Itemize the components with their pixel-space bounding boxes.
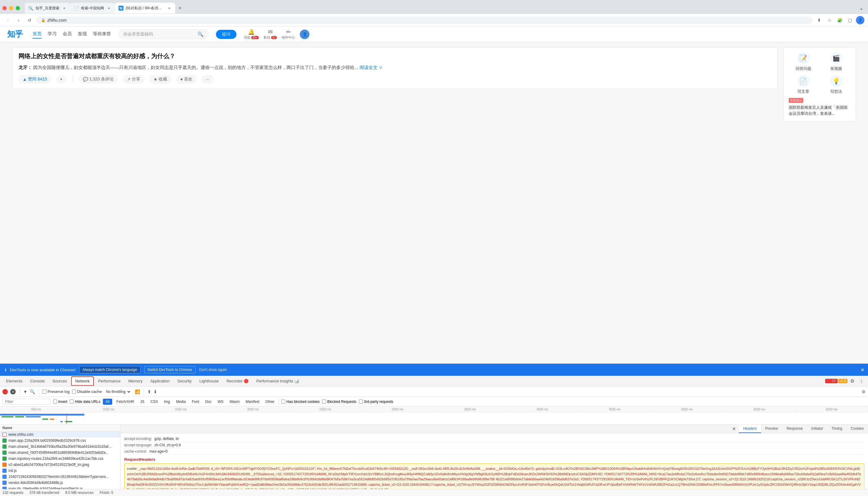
hide-data-urls-input[interactable] [70,400,74,403]
has-blocked-input[interactable] [281,400,285,403]
expand-icon[interactable]: ∨ [379,65,383,70]
tab-memory[interactable]: Memory [125,377,146,385]
network-row-shared1[interactable]: main.shared_3b14b6a6793bcf6a28a30e974ba6… [0,444,120,450]
switch-chinese-button[interactable]: Switch DevTools to Chinese [144,366,196,373]
third-party-checkbox[interactable]: 3rd-party requests [359,400,393,404]
filter-css-btn[interactable]: CSS [149,399,160,404]
network-row-shared2[interactable]: main.shared_f30f7459f944e851b885959dfde4… [0,450,120,455]
tab-console[interactable]: Console [27,377,48,385]
export-icon[interactable]: ⬇ [153,389,157,394]
new-tab-button[interactable]: + [175,3,185,13]
nav-vip[interactable]: 会员 [63,30,72,38]
detail-close-btn[interactable]: ✕ [729,424,739,433]
filter-manifest-btn[interactable]: Manifest [244,399,261,404]
filter-media-btn[interactable]: Media [174,399,188,404]
filter-doc-btn[interactable]: Doc [203,399,213,404]
minimize-button[interactable] [9,6,13,10]
network-row-vendor[interactable]: vendor.4bb309fcb0b4b803488b.js [0,480,120,486]
filter-ws-btn[interactable]: WS [216,399,225,404]
filter-img-btn[interactable]: Img [162,399,171,404]
tab-2[interactable]: 📄 检索-中国知网 ✕ [70,3,115,14]
network-row-lib1[interactable]: main.lib_09e9ad9b.b3447dd9ae4ada5feb3c.j… [0,486,120,489]
tab-security[interactable]: Security [174,377,195,385]
invert-checkbox[interactable]: Invert [53,400,67,404]
dm-icon-group[interactable]: ✉ 私信 91 [264,29,277,40]
tab-recorder[interactable]: Recorder 🔴 [223,377,252,385]
read-more-link[interactable]: 阅读全文 [359,65,378,70]
blocked-requests-checkbox[interactable]: Blocked Requests [322,400,357,404]
maximize-button[interactable] [16,6,20,10]
filter-all-btn[interactable]: All [103,399,112,405]
url-bar[interactable]: 🔒 zhihu.com [36,17,812,24]
filter-wasm-btn[interactable]: Wasm [228,399,242,404]
network-settings-icon[interactable]: ⚙ [862,389,866,394]
close-button[interactable] [2,6,6,10]
like-button[interactable]: ♥ 喜欢 [176,75,197,84]
blocked-requests-input[interactable] [322,400,326,403]
network-row-zhihu[interactable]: www.zhihu.com [0,432,120,437]
tab-3[interactable]: 知 (91封私信 / 99+条消息) 首页 - ✕ [115,3,175,14]
filter-js-btn[interactable]: JS [138,399,146,404]
zhihu-search-bar[interactable]: 你会享受孤独吗 🔍 [118,29,209,39]
share-button[interactable]: ↗ 分享 [123,75,145,84]
third-party-input[interactable] [359,400,363,403]
filter-font-btn[interactable]: Font [190,399,201,404]
sidebar-answer[interactable]: 📝 回答问题 [789,52,818,72]
cast-icon[interactable]: ⬆ [815,16,823,25]
invert-input[interactable] [53,400,57,403]
detail-tab-response[interactable]: Response [782,424,807,433]
tab-1[interactable]: 🔍 知乎_百度搜索 ✕ [25,3,70,14]
comment-button[interactable]: 💬 1,320 条评论 [79,75,118,84]
nav-discover[interactable]: 发现 [78,30,87,38]
back-button[interactable]: ‹ [4,16,12,25]
tab-sources[interactable]: Sources [49,377,71,385]
tab-bar-menu[interactable]: ⌄ [857,4,866,12]
preserve-log-input[interactable] [43,390,46,393]
record-button[interactable] [2,389,8,394]
filter-xhr-btn[interactable]: Fetch/XHR [115,399,136,404]
info-bar-close[interactable]: ✕ [860,367,864,373]
expand-btn[interactable]: ▾ [56,75,66,83]
bookmark-icon[interactable]: ☆ [825,16,834,25]
detail-tab-preview[interactable]: Preview [761,424,782,433]
disable-cache-input[interactable] [72,390,76,393]
tab-performance[interactable]: Performance [94,377,124,385]
nav-study[interactable]: 学习 [48,30,57,38]
clear-button[interactable]: ⊘ [10,389,16,394]
import-icon[interactable]: ⬆ [148,389,151,394]
devtools-settings-icon[interactable]: ⚙ [848,377,856,385]
throttling-select[interactable]: No throttling [104,389,131,395]
message-icon-group[interactable]: 🔔 消息 99+ [244,29,259,40]
detail-tab-headers[interactable]: Headers [739,424,761,433]
detail-tab-initiator[interactable]: Initiator [807,424,827,433]
upvote-button[interactable]: ▲ 赞同 6415 [18,75,51,84]
network-row-item[interactable]: 1540715824305836032?itemId=2619544619&it… [0,474,120,480]
devtools-more-icon[interactable]: ⋮ [857,377,866,385]
filter-other-btn[interactable]: Other [264,399,276,404]
has-blocked-checkbox[interactable]: Has blocked cookies [281,400,320,404]
tab-network[interactable]: Network [71,376,94,386]
reload-button[interactable]: ↺ [25,16,34,25]
tab-lighthouse[interactable]: Lighthouse [196,377,222,385]
tab-perf-insights[interactable]: Performance insights 📊 [253,377,303,385]
avatar-group[interactable]: 👤 [300,30,310,39]
sidebar-video[interactable]: 🎬 发视频 [822,52,851,72]
window-icon[interactable]: ▢ [846,16,854,25]
hide-data-urls-checkbox[interactable]: Hide data URLs [70,400,101,404]
profile-avatar[interactable]: 👤 [856,16,864,25]
match-language-button[interactable]: Always match Chrome's language [79,366,140,373]
ask-button[interactable]: 提问 [216,30,237,39]
nav-wait[interactable]: 等你来答 [93,30,111,38]
network-row-init[interactable]: init.js [0,468,120,474]
creator-icon-group[interactable]: ✏ 创作中心 [282,29,295,40]
detail-tab-timing[interactable]: Timing [827,424,847,433]
detail-tab-cookies[interactable]: Cookies [847,424,868,433]
network-row-img[interactable]: v2-abed1a8c04700ba7d72b45195223e0ff_im.j… [0,462,120,468]
tab-2-close[interactable]: ✕ [106,6,111,11]
filter-input[interactable] [2,399,51,405]
tab-application[interactable]: Application [147,377,174,385]
forward-button[interactable]: › [14,16,23,25]
tab-1-close[interactable]: ✕ [62,6,67,11]
tab-elements[interactable]: Elements [2,377,26,385]
nav-home[interactable]: 首页 [33,30,42,38]
